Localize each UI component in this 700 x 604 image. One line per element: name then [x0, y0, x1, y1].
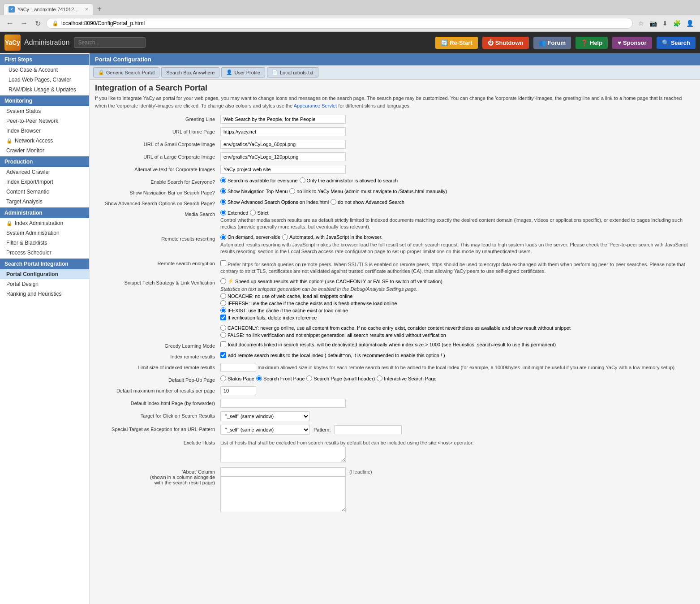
- search-everyone-radio[interactable]: [220, 177, 226, 183]
- search-everyone-option[interactable]: Search is available for everyone: [220, 177, 298, 183]
- address-bar[interactable]: 🔒: [46, 18, 633, 29]
- sidebar-item-process-scheduler[interactable]: Process Scheduler: [0, 248, 89, 258]
- no-link-yacy-option[interactable]: no link to YaCy Menu (admin must navigat…: [289, 188, 447, 194]
- remote-encryption-checkbox[interactable]: [220, 260, 226, 266]
- popup-search-small-radio[interactable]: [306, 375, 312, 381]
- url-small-corp-input[interactable]: [220, 140, 346, 149]
- back-button[interactable]: ←: [4, 18, 15, 28]
- popup-status-option[interactable]: Status Page: [220, 375, 254, 381]
- advanced-on-index-option[interactable]: Show Advanced Search Options on index.ht…: [220, 199, 329, 205]
- snippet-false-option[interactable]: FALSE: no link verification and not snip…: [220, 332, 446, 338]
- url-input[interactable]: [61, 20, 627, 26]
- sidebar-item-portal-configuration[interactable]: Portal Configuration: [0, 269, 89, 279]
- greedy-learning-checkbox[interactable]: [220, 341, 226, 347]
- profile-button[interactable]: 👤: [684, 18, 696, 29]
- max-results-input[interactable]: [220, 386, 256, 395]
- popup-search-front-option[interactable]: Search Front Page: [256, 375, 305, 381]
- advanced-on-index-radio[interactable]: [220, 199, 226, 205]
- snippet-speed-up-radio[interactable]: [220, 278, 226, 284]
- snippet-iffresh-option[interactable]: IFFRESH: use the cache if the cache exis…: [220, 300, 397, 306]
- about-textarea[interactable]: [220, 476, 346, 512]
- exclude-hosts-textarea[interactable]: [220, 447, 346, 462]
- forward-button[interactable]: →: [19, 18, 30, 28]
- sidebar-item-target-analysis[interactable]: Target Analysis: [0, 197, 89, 207]
- remote-encryption-option[interactable]: Prefer https for search queries on remot…: [220, 262, 685, 274]
- index-remote-checkbox[interactable]: [220, 352, 226, 358]
- snippet-cacheonly-option[interactable]: CACHEONLY: never go online, use all cont…: [220, 325, 571, 331]
- target-click-select[interactable]: "_self" (same window): [220, 411, 310, 421]
- popup-interactive-radio[interactable]: [377, 375, 382, 381]
- snippet-nocache-option[interactable]: NOCACHE: no use of web cache, load all s…: [220, 293, 352, 299]
- resorting-automated-option[interactable]: Automated, with JavaScript in the browse…: [282, 234, 382, 240]
- restart-button[interactable]: 🔄 Re-Start: [435, 37, 478, 49]
- media-strict-option[interactable]: Strict: [250, 210, 268, 216]
- local-search-access-link[interactable]: Local Search access rate: [288, 249, 344, 254]
- nav-top-menu-radio[interactable]: [220, 188, 226, 194]
- sidebar-item-ram-disk-usage[interactable]: RAM/Disk Usage & Updates: [0, 85, 89, 95]
- sidebar-item-system-administration[interactable]: System Administration: [0, 228, 89, 238]
- tab-generic-search-portal[interactable]: 🔒 Generic Search Portal: [93, 67, 159, 78]
- header-search-input[interactable]: [74, 37, 146, 48]
- sidebar-item-ranking-heuristics[interactable]: Ranking and Heuristics: [0, 289, 89, 299]
- resorting-server-option[interactable]: On demand, server-side: [220, 234, 280, 240]
- sidebar-item-index-administration[interactable]: 🔒 Index Administration: [0, 218, 89, 228]
- sidebar-item-index-export-import[interactable]: Index Export/Import: [0, 177, 89, 187]
- sidebar-item-filter-blacklists[interactable]: Filter & Blacklists: [0, 238, 89, 248]
- sidebar-item-system-status[interactable]: System Status: [0, 106, 89, 116]
- new-tab-button[interactable]: +: [95, 3, 103, 15]
- extension-button[interactable]: 🧩: [671, 18, 683, 29]
- help-button[interactable]: ❓ Help: [575, 37, 608, 49]
- special-target-select[interactable]: "_self" (same window): [220, 425, 310, 435]
- snippet-ifexist-radio[interactable]: [220, 307, 226, 313]
- url-large-corp-input[interactable]: [220, 152, 346, 161]
- search-admin-radio[interactable]: [300, 177, 305, 183]
- popup-interactive-option[interactable]: Interactive Search Page: [377, 375, 436, 381]
- sidebar-item-network-access[interactable]: 🔒 Network Access: [0, 136, 89, 146]
- snippet-verification-fails-option[interactable]: If verification fails, delete index refe…: [220, 315, 317, 320]
- screenshot-button[interactable]: 📷: [648, 18, 659, 29]
- popup-search-front-radio[interactable]: [256, 375, 262, 381]
- url-home-input[interactable]: [220, 127, 346, 136]
- appearance-servlet-link[interactable]: Appearance Servlet: [294, 103, 337, 108]
- resorting-automated-radio[interactable]: [282, 234, 288, 240]
- search-button[interactable]: 🔍 Search: [657, 37, 696, 49]
- heuristics-link[interactable]: Heuristics: search-result: [453, 342, 506, 347]
- sidebar-item-portal-design[interactable]: Portal Design: [0, 279, 89, 289]
- search-admin-option[interactable]: Only the administator is allowed to sear…: [300, 177, 398, 183]
- snippet-ifexist-option[interactable]: IFEXIST: use the cache if the cache exis…: [220, 307, 348, 313]
- tab-local-robots-txt[interactable]: 📄 Local robots.txt: [267, 67, 318, 78]
- snippet-nocache-radio[interactable]: [220, 293, 226, 299]
- forum-button[interactable]: 👥 Forum: [533, 37, 571, 49]
- shutdown-button[interactable]: ⏻ Shutdown: [482, 37, 529, 49]
- download-button[interactable]: ⬇: [661, 18, 670, 29]
- snippet-speed-up-option[interactable]: ⚡ Speed up search results with this opti…: [220, 278, 442, 284]
- sidebar-item-crawler-monitor[interactable]: Crawler Monitor: [0, 146, 89, 155]
- pattern-input[interactable]: [335, 425, 402, 434]
- popup-search-small-option[interactable]: Search Page (small header): [306, 375, 375, 381]
- resorting-server-radio[interactable]: [220, 234, 226, 240]
- popup-status-radio[interactable]: [220, 375, 226, 381]
- greeting-line-input[interactable]: [220, 115, 346, 124]
- nav-top-menu-option[interactable]: Show Navigation Top-Menu: [220, 188, 288, 194]
- tab-search-box-anywhere[interactable]: Search Box Anywhere: [161, 67, 219, 78]
- sidebar-item-advanced-crawler[interactable]: Advanced Crawler: [0, 167, 89, 177]
- debug-analysis-link[interactable]: Debug/Analysis Settings: [350, 286, 404, 292]
- sidebar-item-peer-to-peer[interactable]: Peer-to-Peer Network: [0, 116, 89, 126]
- about-headline-input[interactable]: [220, 467, 346, 476]
- limit-size-input[interactable]: [220, 363, 256, 372]
- snippet-iffresh-radio[interactable]: [220, 300, 226, 306]
- sidebar-item-index-browser[interactable]: Index Browser: [0, 126, 89, 136]
- snippet-cacheonly-radio[interactable]: [220, 325, 226, 331]
- alt-text-input[interactable]: [220, 165, 346, 174]
- media-extended-option[interactable]: Extended: [220, 210, 248, 216]
- snippet-verification-fails-checkbox[interactable]: [220, 315, 226, 320]
- refresh-button[interactable]: ↻: [33, 18, 43, 29]
- sidebar-item-content-semantic[interactable]: Content Semantic: [0, 187, 89, 197]
- no-link-yacy-radio[interactable]: [289, 188, 295, 194]
- active-tab[interactable]: Y YaCy '_anonxmfe-74101261-1... ×: [4, 4, 93, 15]
- sponsor-button[interactable]: ♥ Sponsor: [612, 37, 652, 49]
- tab-close-button[interactable]: ×: [85, 6, 88, 13]
- sidebar-item-use-case-account[interactable]: Use Case & Account: [0, 65, 89, 75]
- bookmark-button[interactable]: ☆: [636, 18, 646, 29]
- do-not-show-radio[interactable]: [331, 199, 336, 205]
